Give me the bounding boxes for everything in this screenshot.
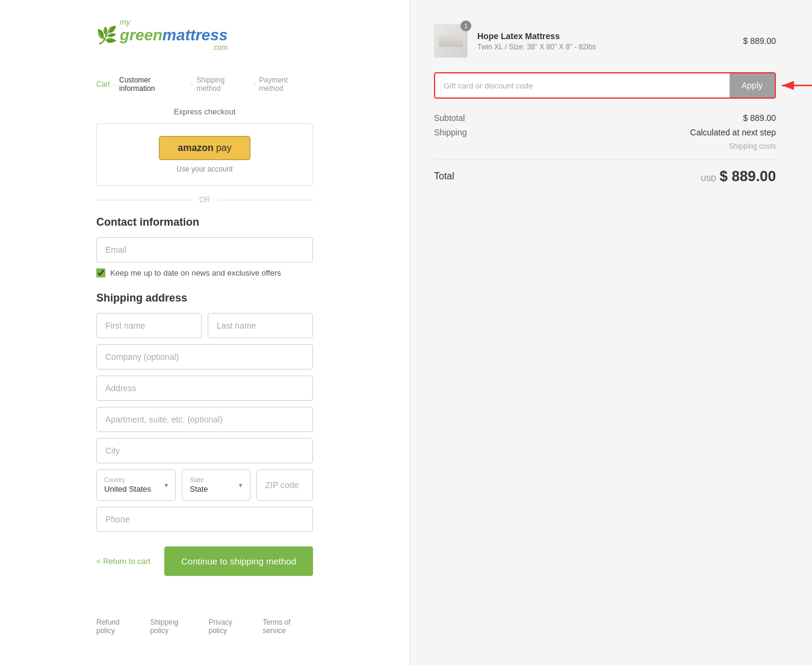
summary-section: Subtotal $ 889.00 Shipping Calculated at… bbox=[434, 113, 776, 185]
newsletter-label: Keep me up to date on news and exclusive… bbox=[110, 268, 281, 277]
address-bottom-row: Country United States ▼ State State ▼ bbox=[96, 469, 313, 501]
country-wrapper: Country United States ▼ bbox=[96, 469, 176, 501]
or-divider: OR bbox=[96, 196, 313, 204]
shipping-label: Shipping bbox=[434, 128, 467, 137]
express-checkout-box: amazon pay Use your account bbox=[96, 123, 313, 186]
newsletter-checkbox[interactable] bbox=[96, 268, 105, 277]
summary-divider bbox=[434, 159, 776, 159]
apartment-group bbox=[96, 407, 313, 432]
company-input[interactable] bbox=[96, 344, 313, 370]
refund-policy-link[interactable]: Refund policy bbox=[96, 618, 138, 635]
logo-com: .com bbox=[120, 44, 228, 52]
express-checkout-title: Express checkout bbox=[96, 107, 313, 116]
name-row bbox=[96, 313, 313, 338]
breadcrumb-cart[interactable]: Cart bbox=[96, 80, 110, 88]
order-summary-panel: 1 Hope Latex Mattress Twin XL / Size: 38… bbox=[409, 0, 812, 665]
country-label: Country bbox=[97, 472, 175, 483]
state-wrapper: State State ▼ bbox=[182, 469, 250, 501]
phone-group bbox=[96, 507, 313, 532]
logo-green: green bbox=[120, 26, 163, 44]
express-checkout-section: Express checkout amazon pay Use your acc… bbox=[96, 107, 313, 204]
breadcrumb-sep-2: › bbox=[191, 81, 193, 88]
total-row: Total USD $ 889.00 bbox=[434, 168, 776, 185]
form-actions: < Return to cart Continue to shipping me… bbox=[96, 546, 313, 576]
shipping-title: Shipping address bbox=[96, 292, 313, 305]
address-input[interactable] bbox=[96, 376, 313, 401]
state-select[interactable]: State State ▼ bbox=[182, 469, 250, 501]
address-group bbox=[96, 376, 313, 401]
shipping-row: Shipping Calculated at next step bbox=[434, 128, 776, 137]
product-variant: Twin XL / Size: 38" X 80" X 8" - 82lbs bbox=[477, 43, 734, 51]
total-value: $ 889.00 bbox=[720, 168, 776, 185]
discount-section: Apply bbox=[434, 72, 776, 99]
city-input[interactable] bbox=[96, 438, 313, 463]
breadcrumb-customer-info: Customer information bbox=[119, 76, 187, 93]
return-cart-text: < Return to cart bbox=[96, 557, 150, 566]
product-name: Hope Latex Mattress bbox=[477, 31, 734, 41]
product-item: 1 Hope Latex Mattress Twin XL / Size: 38… bbox=[434, 24, 776, 58]
subtotal-row: Subtotal $ 889.00 bbox=[434, 113, 776, 123]
product-details: Hope Latex Mattress Twin XL / Size: 38" … bbox=[477, 31, 734, 51]
last-name-group bbox=[208, 313, 313, 338]
shipping-costs-note: Shipping costs bbox=[434, 142, 776, 150]
country-select[interactable]: Country United States ▼ bbox=[96, 469, 176, 501]
phone-input[interactable] bbox=[96, 507, 313, 532]
product-price: $ 889.00 bbox=[743, 36, 776, 46]
breadcrumb-shipping-method: Shipping method bbox=[196, 76, 250, 93]
state-label: State bbox=[182, 472, 249, 483]
email-input[interactable] bbox=[96, 237, 313, 262]
first-name-input[interactable] bbox=[96, 313, 202, 338]
first-name-group bbox=[96, 313, 202, 338]
apply-label: Apply bbox=[742, 81, 763, 90]
country-value: United States bbox=[97, 483, 175, 498]
breadcrumb: Cart › Customer information › Shipping m… bbox=[96, 76, 313, 93]
use-account-text: Use your account bbox=[109, 165, 300, 173]
company-group bbox=[96, 344, 313, 370]
product-image-inner bbox=[439, 35, 463, 47]
total-value-wrapper: USD $ 889.00 bbox=[701, 168, 776, 185]
breadcrumb-payment-method: Payment method bbox=[259, 76, 313, 93]
amazon-pay-button[interactable]: amazon pay bbox=[159, 136, 250, 160]
email-group bbox=[96, 237, 313, 262]
apartment-input[interactable] bbox=[96, 407, 313, 432]
breadcrumb-sep-1: › bbox=[114, 81, 116, 88]
contact-title: Contact information bbox=[96, 216, 313, 229]
total-currency: USD bbox=[701, 175, 716, 183]
return-cart-link[interactable]: < Return to cart bbox=[96, 557, 150, 566]
contact-section: Contact information Keep me up to date o… bbox=[96, 216, 313, 277]
logo-mattress: mattress bbox=[163, 26, 228, 44]
zip-input[interactable] bbox=[256, 469, 313, 501]
subtotal-value: $ 889.00 bbox=[743, 113, 776, 123]
state-value: State bbox=[182, 483, 249, 498]
apply-button[interactable]: Apply bbox=[730, 73, 775, 97]
zip-wrapper bbox=[256, 469, 313, 501]
amazon-pay-text: pay bbox=[216, 143, 232, 153]
logo-leaf-icon: 🌿 bbox=[96, 25, 117, 45]
newsletter-row: Keep me up to date on news and exclusive… bbox=[96, 268, 313, 277]
privacy-policy-link[interactable]: Privacy policy bbox=[209, 618, 251, 635]
product-quantity-badge: 1 bbox=[460, 20, 471, 31]
city-group bbox=[96, 438, 313, 463]
arrow-annotation bbox=[779, 76, 812, 94]
discount-wrapper: Apply bbox=[434, 72, 776, 99]
logo: 🌿 my green mattress .com bbox=[96, 18, 228, 52]
shipping-policy-link[interactable]: Shipping policy bbox=[150, 618, 196, 635]
footer-links: Refund policy Shipping policy Privacy po… bbox=[0, 600, 409, 647]
breadcrumb-sep-3: › bbox=[253, 81, 255, 88]
discount-input[interactable] bbox=[435, 73, 730, 97]
terms-link[interactable]: Terms of service bbox=[263, 618, 313, 635]
last-name-input[interactable] bbox=[208, 313, 313, 338]
continue-label: Continue to shipping method bbox=[181, 556, 296, 566]
logo-my: my bbox=[120, 18, 228, 26]
shipping-section: Shipping address bbox=[96, 292, 313, 532]
product-image-wrapper: 1 bbox=[434, 24, 468, 58]
total-label: Total bbox=[434, 171, 454, 182]
subtotal-label: Subtotal bbox=[434, 113, 465, 123]
continue-button[interactable]: Continue to shipping method bbox=[164, 546, 313, 576]
amazon-text: amazon bbox=[178, 143, 214, 153]
shipping-value: Calculated at next step bbox=[690, 128, 776, 137]
